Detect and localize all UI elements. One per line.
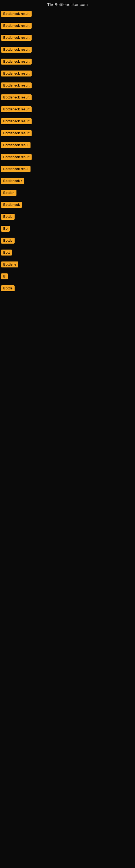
site-title: TheBottlenecker.com bbox=[0, 0, 135, 8]
result-row: Bottle bbox=[0, 211, 135, 223]
result-row: Bottleneck r bbox=[0, 175, 135, 187]
bottleneck-badge[interactable]: Bottleneck result bbox=[1, 130, 32, 136]
result-row: Bottleneck result bbox=[0, 20, 135, 32]
bottleneck-badge[interactable]: Bottlene bbox=[1, 261, 18, 268]
result-row: Bottlene bbox=[0, 258, 135, 271]
bottleneck-badge[interactable]: Bottleneck bbox=[1, 202, 22, 208]
bottleneck-badge[interactable]: Bottleneck resul bbox=[1, 166, 31, 172]
bottleneck-badge[interactable]: Bottleneck result bbox=[1, 106, 32, 112]
bottleneck-badge[interactable]: Bottleneck result bbox=[1, 11, 32, 17]
result-row: Bottleneck result bbox=[0, 8, 135, 20]
bottleneck-badge[interactable]: Bott bbox=[1, 250, 12, 255]
bottleneck-badge[interactable]: Bottleneck result bbox=[1, 35, 32, 41]
result-row: Bottle bbox=[0, 235, 135, 247]
result-row: Bottleneck result bbox=[0, 103, 135, 115]
result-row: Bottleneck result bbox=[0, 80, 135, 91]
bottleneck-badge[interactable]: Bottle bbox=[1, 285, 14, 291]
result-row: Bottleneck result bbox=[0, 127, 135, 139]
bottleneck-badge[interactable]: Bottleneck result bbox=[1, 46, 32, 53]
result-row: Bottleneck result bbox=[0, 151, 135, 163]
result-row: Bottleneck resul bbox=[0, 139, 135, 151]
result-row: Bottleneck result bbox=[0, 44, 135, 56]
bottleneck-badge[interactable]: Bottleneck result bbox=[1, 59, 32, 65]
bottleneck-badge[interactable]: Bottleneck r bbox=[1, 178, 24, 184]
bottleneck-badge[interactable]: Bottleneck result bbox=[1, 154, 32, 160]
result-row: Bo bbox=[0, 223, 135, 235]
bottleneck-badge[interactable]: Bottle bbox=[1, 238, 14, 244]
result-row: Bottleneck bbox=[0, 199, 135, 211]
bottleneck-badge[interactable]: Bottleneck result bbox=[1, 23, 32, 29]
bottleneck-badge[interactable]: B bbox=[1, 273, 8, 279]
bottleneck-badge[interactable]: Bottleneck result bbox=[1, 70, 32, 76]
result-row: Bottleneck result bbox=[0, 32, 135, 44]
bottleneck-badge[interactable]: Bottlen bbox=[1, 190, 16, 196]
result-row: Bottleneck result bbox=[0, 67, 135, 80]
result-row: Bottleneck result bbox=[0, 91, 135, 103]
result-row: Bottleneck result bbox=[0, 115, 135, 127]
result-row: Bottleneck resul bbox=[0, 163, 135, 175]
bottleneck-badge[interactable]: Bottle bbox=[1, 214, 14, 220]
bottleneck-badge[interactable]: Bo bbox=[1, 226, 10, 231]
bottleneck-badge[interactable]: Bottleneck result bbox=[1, 94, 32, 100]
bottleneck-badge[interactable]: Bottleneck resul bbox=[1, 142, 31, 148]
result-row: B bbox=[0, 271, 135, 282]
result-row: Bottleneck result bbox=[0, 56, 135, 67]
result-row: Bottlen bbox=[0, 187, 135, 199]
result-row: Bottle bbox=[0, 282, 135, 294]
result-row: Bott bbox=[0, 247, 135, 258]
bottleneck-badge[interactable]: Bottleneck result bbox=[1, 118, 32, 124]
bottleneck-badge[interactable]: Bottleneck result bbox=[1, 83, 32, 88]
